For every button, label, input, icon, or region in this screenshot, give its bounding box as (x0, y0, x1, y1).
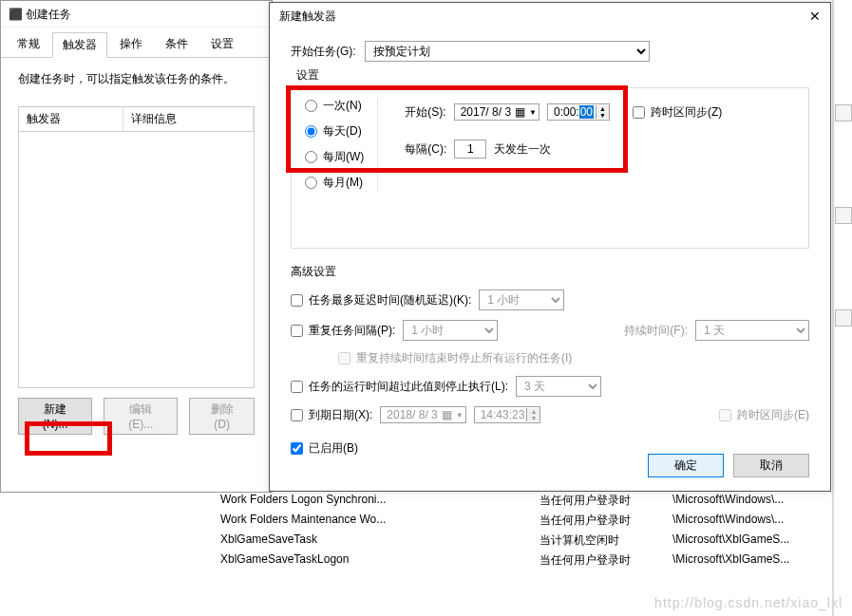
down-icon[interactable]: ▼ (596, 112, 609, 119)
table-row[interactable]: Work Folders Logon Synchroni...当任何用户登录时\… (207, 491, 834, 511)
create-task-dialog: ⬛ 创建任务 常规 触发器 操作 条件 设置 创建任务时，可以指定触发该任务的条… (0, 0, 273, 493)
close-icon[interactable]: ✕ (809, 9, 821, 24)
dialog-title: 新建触发器 (279, 9, 336, 25)
calendar-icon[interactable]: ▦ (515, 105, 525, 119)
expire-date-picker[interactable]: 2018/ 8/ 3 ▦▼ (380, 406, 465, 423)
stop-after-checkbox[interactable]: 任务的运行时间超过此值则停止执行(L): (291, 379, 508, 395)
delay-checkbox[interactable]: 任务最多延迟时间(随机延迟)(K): (291, 292, 471, 308)
title-text: 创建任务 (26, 8, 71, 21)
table-row[interactable]: Work Folders Maintenance Wo...当任何用户登录时\M… (207, 511, 834, 531)
tab-general[interactable]: 常规 (7, 31, 50, 57)
duration-label: 持续时间(F): (624, 323, 688, 339)
tab-triggers[interactable]: 触发器 (52, 32, 107, 58)
background-task-list: Work Folders Logon Synchroni...当任何用户登录时\… (207, 491, 834, 570)
advanced-label: 高级设置 (291, 264, 809, 280)
stop-after-select[interactable]: 3 天 (516, 376, 601, 397)
up-icon[interactable]: ▲ (596, 105, 609, 112)
tab-settings[interactable]: 设置 (200, 31, 244, 57)
dialog-title: ⬛ 创建任务 (1, 1, 272, 28)
start-label: 开始(S): (405, 104, 445, 121)
triggers-list-header: 触发器 详细信息 (18, 106, 255, 132)
start-date-value: 2017/ 8/ 3 (461, 105, 511, 119)
sync-timezone-checkbox[interactable]: 跨时区同步(Z) (633, 104, 722, 121)
freq-daily[interactable]: 每天(D) (305, 123, 364, 140)
start-time-picker[interactable]: 0:00:00 ▲▼ (547, 103, 610, 121)
start-date-picker[interactable]: 2017/ 8/ 3 ▦ ▼ (454, 103, 540, 121)
recur-suffix: 天发生一次 (494, 141, 551, 158)
delete-button[interactable]: 删除(D) (189, 398, 255, 435)
expire-time-picker[interactable]: 14:43:23 ▲▼ (474, 406, 541, 423)
tabs-bar: 常规 触发器 操作 条件 设置 (1, 28, 272, 58)
scrollbar-stubs (835, 104, 852, 327)
new-button[interactable]: 新建(N)... (18, 398, 92, 435)
begin-task-select[interactable]: 按预定计划 (365, 41, 650, 62)
recur-label: 每隔(C): (405, 141, 446, 158)
freq-monthly[interactable]: 每月(M) (305, 175, 364, 191)
chevron-down-icon: ▼ (456, 411, 464, 420)
triggers-list[interactable] (18, 132, 255, 388)
expire-time-value: 14:43:23 (475, 407, 527, 422)
delay-select[interactable]: 1 小时 (479, 289, 564, 310)
ok-button[interactable]: 确定 (648, 454, 724, 477)
time-prefix: 0:00: (554, 105, 579, 119)
begin-task-label: 开始任务(G): (291, 44, 357, 60)
new-trigger-dialog: 新建触发器 ✕ 开始任务(G): 按预定计划 设置 一次(N) 每天(D) 每周… (269, 2, 831, 492)
freq-once[interactable]: 一次(N) (305, 98, 364, 114)
time-spinner[interactable]: ▲▼ (596, 105, 609, 119)
tab-conditions[interactable]: 条件 (155, 31, 199, 57)
frequency-options: 一次(N) 每天(D) 每周(W) 每月(M) (305, 98, 378, 191)
col-details[interactable]: 详细信息 (123, 107, 254, 131)
expire-tz-checkbox: 跨时区同步(E) (719, 407, 809, 423)
repeat-select[interactable]: 1 小时 (403, 320, 498, 341)
tab-actions[interactable]: 操作 (109, 31, 153, 57)
recur-input[interactable] (454, 140, 486, 159)
cancel-button[interactable]: 取消 (733, 454, 809, 477)
icon-placeholder: ⬛ (9, 8, 23, 21)
calendar-icon: ▦ (442, 408, 452, 421)
table-row[interactable]: XblGameSaveTask当计算机空闲时\Microsoft\XblGame… (207, 531, 834, 551)
stop-at-end-checkbox: 重复持续时间结束时停止所有运行的任务(I) (338, 350, 572, 366)
duration-select[interactable]: 1 天 (695, 320, 809, 341)
col-trigger[interactable]: 触发器 (19, 107, 123, 131)
settings-group-label: 设置 (293, 68, 323, 82)
watermark: http://blog.csdn.net/xiao_lxl (654, 595, 843, 610)
expire-checkbox[interactable]: 到期日期(X): (291, 407, 372, 423)
chevron-down-icon[interactable]: ▼ (529, 108, 537, 117)
enabled-checkbox[interactable]: 已启用(B) (291, 440, 358, 457)
expire-date-value: 2018/ 8/ 3 (387, 408, 437, 421)
edit-button[interactable]: 编辑(E)... (104, 398, 178, 435)
triggers-hint: 创建任务时，可以指定触发该任务的条件。 (18, 71, 255, 87)
table-row[interactable]: XblGameSaveTaskLogon当任何用户登录时\Microsoft\X… (207, 551, 834, 570)
time-selected[interactable]: 00 (579, 105, 594, 119)
repeat-checkbox[interactable]: 重复任务间隔(P): (291, 323, 395, 339)
freq-weekly[interactable]: 每周(W) (305, 149, 364, 165)
